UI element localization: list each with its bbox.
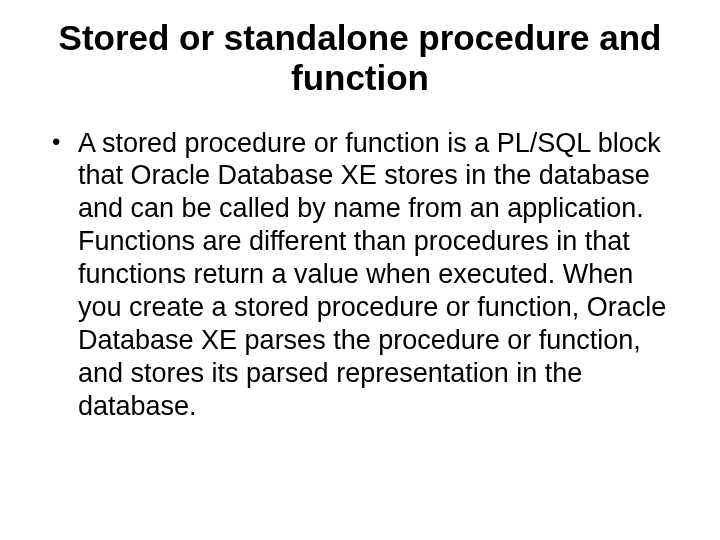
slide-title: Stored or standalone procedure and funct…: [40, 18, 680, 99]
slide: Stored or standalone procedure and funct…: [0, 0, 720, 540]
bullet-item: A stored procedure or function is a PL/S…: [78, 127, 680, 423]
slide-body: A stored procedure or function is a PL/S…: [40, 127, 680, 423]
